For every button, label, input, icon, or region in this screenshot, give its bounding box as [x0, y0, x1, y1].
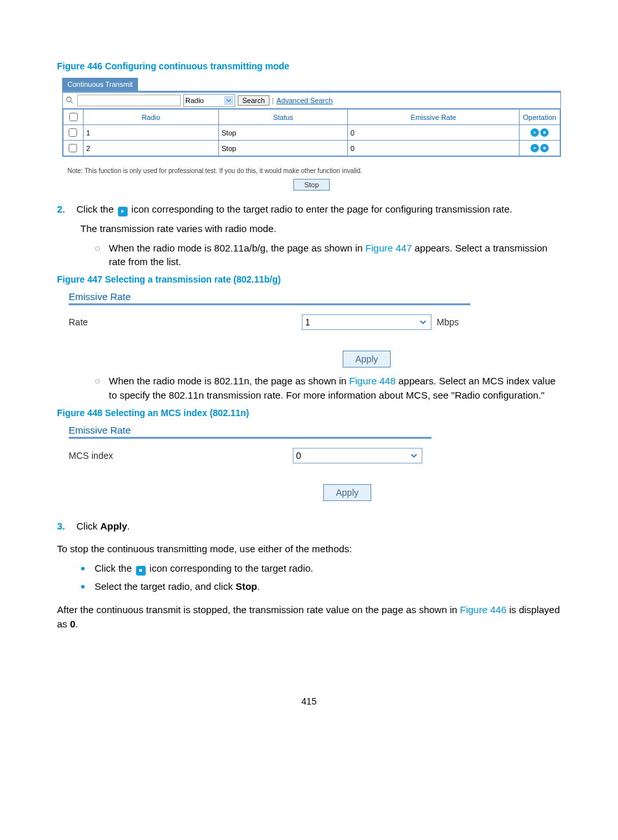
text: Apply [100, 520, 128, 531]
text: Click the [95, 563, 135, 574]
play-icon [118, 207, 128, 216]
play-icon[interactable] [531, 144, 539, 152]
chevron-down-icon [224, 96, 233, 105]
sub-bullet: ○ When the radio mode is 802.11a/b/g, th… [95, 241, 561, 270]
stop-icon [136, 566, 146, 576]
table-row: 1 Stop 0 [63, 125, 560, 141]
apply-button[interactable]: Apply [343, 351, 390, 368]
table-row: 2 Stop 0 [63, 141, 560, 156]
mcs-select[interactable]: 0 [293, 448, 422, 463]
text: Click [76, 520, 100, 531]
text: When the radio mode is 802.11n, the page… [109, 375, 349, 386]
search-field-select[interactable]: Radio [183, 94, 235, 107]
step-3: 3. Click Apply. [57, 519, 561, 533]
cell-rate: 0 [348, 125, 520, 141]
select-all-checkbox[interactable] [69, 113, 78, 121]
search-input[interactable] [77, 95, 181, 106]
cell-status: Stop [219, 125, 348, 141]
search-field-value: Radio [185, 97, 204, 104]
rate-label: Rate [69, 317, 302, 327]
text: When the radio mode is 802.11a/b/g, the … [109, 242, 365, 253]
col-radio: Radio [84, 110, 219, 125]
bullet: ● Select the target radio, and click Sto… [80, 579, 561, 594]
chevron-down-icon [409, 450, 419, 461]
panel-title: Emissive Rate [69, 425, 431, 437]
rate-value: 1 [305, 317, 310, 327]
svg-rect-4 [139, 569, 142, 572]
cell-radio: 1 [84, 125, 219, 141]
row-checkbox[interactable] [69, 144, 77, 152]
figure-446-screenshot: Continuous Transmit Radio Search | Advan… [62, 78, 561, 191]
cell-status: Stop [219, 141, 348, 156]
col-operation: Opertation [520, 110, 560, 125]
text: Stop [236, 581, 257, 592]
cell-radio: 2 [84, 141, 219, 156]
advanced-search-link[interactable]: Advanced Search [277, 97, 333, 104]
radio-table: Radio Status Emissive Rate Opertation 1 … [63, 109, 560, 156]
svg-rect-3 [544, 147, 546, 150]
text: Select the target radio, and click [95, 581, 236, 592]
figure-447-screenshot: Emissive Rate Rate 1 Mbps Apply [69, 291, 470, 368]
search-icon [65, 96, 74, 105]
svg-point-0 [67, 97, 71, 102]
stop-button[interactable]: Stop [293, 179, 330, 191]
text: . [127, 520, 130, 531]
text: After the continuous transmit is stopped… [57, 604, 460, 615]
continuous-transmit-tab[interactable]: Continuous Transmit [62, 78, 138, 91]
step-number: 3. [57, 519, 76, 533]
figure-446-caption: Figure 446 Configuring continuous transm… [57, 61, 561, 71]
step-2: 2. Click the icon corresponding to the t… [57, 202, 561, 216]
stop-icon[interactable] [540, 128, 549, 137]
body-text: The transmission rate varies with radio … [80, 222, 561, 236]
page-number: 415 [57, 696, 561, 706]
col-rate: Emissive Rate [348, 110, 520, 125]
figure-448-screenshot: Emissive Rate MCS index 0 Apply [69, 425, 431, 501]
text: icon corresponding to the target radio t… [132, 204, 512, 215]
text: . [75, 618, 78, 629]
panel-title: Emissive Rate [69, 291, 470, 303]
body-text: After the continuous transmit is stopped… [57, 603, 561, 631]
sub-bullet: ○ When the radio mode is 802.11n, the pa… [95, 374, 561, 402]
cell-rate: 0 [348, 141, 520, 156]
figure-447-link[interactable]: Figure 447 [365, 242, 412, 253]
rate-unit: Mbps [437, 317, 459, 327]
stop-icon[interactable] [540, 144, 549, 152]
rate-select[interactable]: 1 [302, 314, 431, 330]
text: . [257, 581, 260, 592]
mcs-label: MCS index [69, 450, 293, 461]
step-number: 2. [57, 202, 76, 216]
text: icon corresponding to the target radio. [150, 563, 314, 574]
figure-448-caption: Figure 448 Selecting an MCS index (802.1… [57, 408, 561, 418]
chevron-down-icon [418, 317, 428, 327]
text: Click the [76, 204, 117, 215]
play-icon[interactable] [531, 128, 539, 137]
svg-rect-2 [544, 132, 546, 134]
svg-line-1 [71, 101, 73, 104]
figure-447-caption: Figure 447 Selecting a transmission rate… [57, 274, 561, 285]
mcs-value: 0 [296, 450, 301, 461]
search-button[interactable]: Search [238, 95, 269, 106]
bullet: ● Click the icon corresponding to the ta… [80, 561, 561, 576]
apply-button[interactable]: Apply [323, 484, 371, 501]
col-status: Status [219, 110, 348, 125]
note-text: Note: This function is only used for pro… [67, 167, 561, 174]
body-text: To stop the continuous transmitting mode… [57, 542, 561, 556]
figure-446-link[interactable]: Figure 446 [460, 604, 507, 615]
figure-448-link[interactable]: Figure 448 [349, 375, 396, 386]
row-checkbox[interactable] [69, 128, 77, 137]
